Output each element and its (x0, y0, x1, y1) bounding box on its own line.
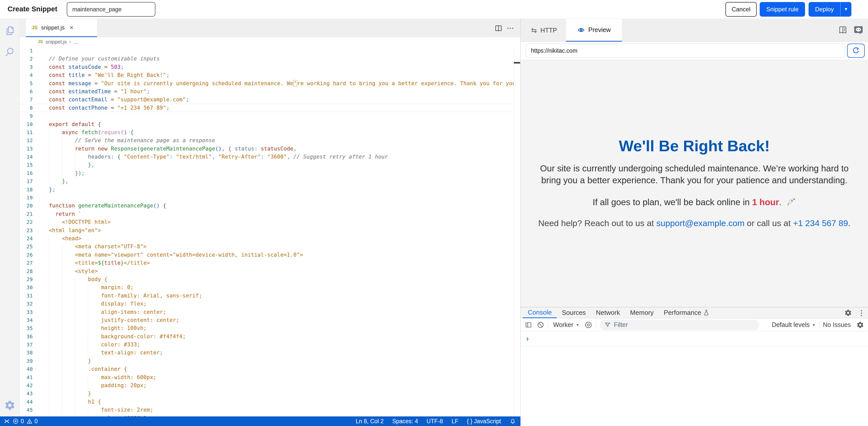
code-line[interactable]: 28 <style> (20, 267, 514, 275)
code-line[interactable]: 3const statusCode = 503; (20, 63, 514, 71)
breadcrumb-file[interactable]: snippet.js (45, 39, 67, 45)
code-line[interactable]: 41 max-width: 600px; (20, 373, 514, 381)
code-line[interactable]: 27 <title>${title}</title> (20, 259, 514, 267)
code-line[interactable]: 36 background-color: #f4f4f4; (20, 333, 514, 341)
cursor-position[interactable]: Ln 8, Col 2 (356, 418, 383, 425)
code-line[interactable]: 40 .container { (20, 365, 514, 373)
code-line[interactable]: 7const contactEmail = "support@example.c… (20, 95, 514, 104)
log-levels-select[interactable]: Default levels▼ (772, 321, 816, 329)
code-line[interactable]: 44 h1 { (20, 398, 514, 406)
live-expression-eye-icon[interactable] (584, 321, 592, 329)
phone-link[interactable]: +1 234 567 89 (793, 218, 848, 228)
code-line[interactable]: 18}; (20, 186, 514, 194)
code-line[interactable]: 8const contactPhone = "+1 234 567 89"; (20, 104, 514, 112)
code-line[interactable]: 10export default { (20, 120, 514, 128)
snippet-rule-button[interactable]: Snippet rule (760, 2, 805, 17)
console-prompt[interactable]: › (526, 334, 529, 343)
encoding[interactable]: UTF-8 (427, 418, 443, 425)
code-line[interactable]: 46 color: #0056b3; (20, 414, 514, 417)
code-line[interactable]: 42 padding: 20px; (20, 381, 514, 390)
remote-indicator-icon[interactable] (3, 418, 10, 425)
code-line[interactable]: 33 align-items: center; (20, 308, 514, 316)
code-line[interactable]: 22 <!DOCTYPE html> (20, 218, 514, 226)
code-line[interactable]: 1 (20, 47, 514, 55)
devtools-tab-console[interactable]: Console (523, 307, 557, 318)
code-line[interactable]: 20function generateMaintenancePage() { (20, 202, 514, 210)
code-line[interactable]: 21 return ` (20, 210, 514, 218)
code-line[interactable]: 32 display: flex; (20, 300, 514, 308)
code-line[interactable]: 17 }, (20, 177, 514, 185)
indentation[interactable]: Spaces: 4 (392, 418, 418, 425)
code-line[interactable]: 24 <head> (20, 234, 514, 243)
console-settings-gear-icon[interactable] (857, 321, 864, 329)
code-line[interactable]: 19 (20, 194, 514, 202)
code-line[interactable]: 45 font-size: 2rem; (20, 406, 514, 414)
kebab-menu-icon[interactable]: ⋮ (858, 309, 865, 317)
console-sidebar-toggle-icon[interactable] (525, 321, 532, 329)
code-line[interactable]: 11 async fetch(request) {… (20, 128, 514, 136)
status-bar: 0 0 Ln 8, Col 2 Spaces: 4 UTF-8 LF { } J… (0, 417, 520, 426)
code-line[interactable]: 31 font-family: Arial, sans-serif; (20, 292, 514, 300)
settings-gear-icon[interactable] (3, 399, 16, 411)
code-line[interactable]: 35 height: 100vh; (20, 324, 514, 332)
close-tab-icon[interactable]: × (69, 24, 73, 31)
search-icon[interactable] (3, 46, 16, 58)
code-line[interactable]: 26 <meta name="viewport" content="width=… (20, 251, 514, 259)
code-editor[interactable]: 12// Define your customizable inputs3con… (20, 47, 514, 417)
tab-http[interactable]: ⇆ HTTP (523, 19, 565, 41)
clear-console-icon[interactable] (537, 321, 544, 329)
code-line[interactable]: 9 (20, 112, 514, 120)
tab-snippet-js[interactable]: JS snippet.js × (26, 19, 97, 37)
code-line[interactable]: 30 margin: 0; (20, 283, 514, 291)
split-editor-icon[interactable] (494, 24, 503, 32)
devtools-settings-gear-icon[interactable] (844, 309, 852, 317)
code-line[interactable]: 2// Define your customizable inputs (20, 55, 514, 63)
code-line[interactable]: 13 return new Response(generateMaintenan… (20, 145, 514, 153)
cancel-button[interactable]: Cancel (725, 2, 757, 17)
refresh-button[interactable] (847, 44, 865, 58)
notifications-bell-icon[interactable] (509, 418, 516, 425)
devtools-tab-network[interactable]: Network (591, 307, 625, 318)
tab-preview[interactable]: Preview (566, 19, 622, 41)
support-email-link[interactable]: support@example.com (656, 218, 745, 228)
line-number: 37 (20, 341, 38, 349)
execution-context-select[interactable]: Worker▼ (553, 321, 579, 329)
code-line[interactable]: 39 } (20, 357, 514, 365)
code-line[interactable]: 25 <meta charset="UTF-8"> (20, 243, 514, 251)
code-line[interactable]: 14 headers: { "Content-Type": "text/html… (20, 153, 514, 161)
code-line[interactable]: 12 // Serve the maintenance page as a re… (20, 136, 514, 144)
editor-more-actions-icon[interactable]: ••• (505, 24, 516, 32)
warnings-indicator[interactable]: 0 (26, 418, 38, 425)
code-line[interactable]: 15 }, (20, 161, 514, 169)
breadcrumb-more[interactable]: … (74, 39, 79, 45)
files-icon[interactable] (3, 24, 16, 37)
devtools-tab-performance[interactable]: Performance (659, 307, 706, 318)
deploy-dropdown-caret[interactable]: ▼ (840, 2, 851, 17)
discord-chat-icon[interactable] (854, 25, 864, 35)
eol-sequence[interactable]: LF (452, 418, 459, 425)
devtools-tab-memory[interactable]: Memory (625, 307, 659, 318)
panel-divider[interactable] (520, 19, 521, 426)
code-line[interactable]: 4const title = "We'll Be Right Back!"; (20, 71, 514, 79)
language-mode[interactable]: { } JavaScript (467, 418, 501, 425)
code-line[interactable]: 38 text-align: center; (20, 349, 514, 357)
errors-indicator[interactable]: 0 (12, 418, 24, 425)
code-line[interactable]: 34 justify-content: center; (20, 316, 514, 324)
console-filter-input[interactable]: Filter (600, 320, 759, 330)
code-line[interactable]: 43 } (20, 390, 514, 398)
editor-scrollbar[interactable] (514, 47, 520, 417)
docs-book-icon[interactable] (838, 25, 848, 35)
code-line[interactable]: 23<html lang="en"> (20, 226, 514, 234)
preview-url-input[interactable] (526, 44, 845, 58)
breadcrumb[interactable]: JS snippet.js › … (20, 37, 520, 47)
code-line[interactable]: 16 }); (20, 169, 514, 177)
code-line[interactable]: 5const message = "Our site is currently … (20, 79, 514, 87)
devtools-tab-sources[interactable]: Sources (557, 307, 591, 318)
issues-counter[interactable]: No Issues (823, 321, 851, 329)
snippet-name-input[interactable] (67, 2, 155, 17)
code-line[interactable]: 29 body { (20, 275, 514, 283)
console-output[interactable]: › (521, 331, 868, 346)
page-title: Create Snippet (7, 5, 57, 13)
code-line[interactable]: 6const estimatedTime = "1 hour"; (20, 87, 514, 95)
code-line[interactable]: 37 color: #333; (20, 341, 514, 349)
